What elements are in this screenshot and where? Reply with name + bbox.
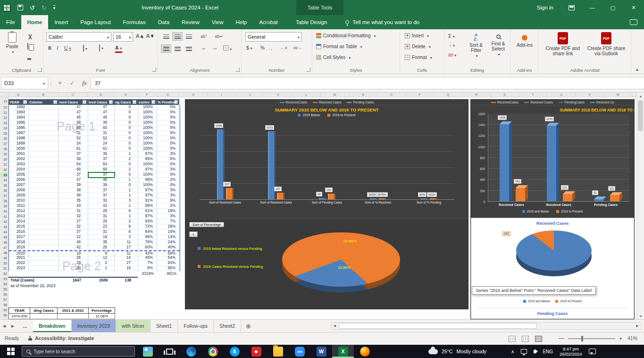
cell[interactable] bbox=[29, 224, 59, 230]
collapse-ribbon-icon[interactable]: ▲ bbox=[635, 67, 639, 72]
cell[interactable]: 100% bbox=[138, 110, 157, 115]
ribbon-display-options-icon[interactable] bbox=[561, 0, 582, 15]
cell[interactable]: 0 bbox=[115, 126, 138, 131]
task-view-taskbar-button[interactable] bbox=[159, 345, 180, 358]
excel-taskbar-button[interactable] bbox=[332, 345, 354, 358]
accounting-format-button[interactable]: $ bbox=[246, 45, 252, 51]
cell[interactable]: 2% bbox=[157, 178, 180, 183]
filter-button[interactable] bbox=[53, 100, 57, 104]
confirm-entry-icon[interactable]: ✓ bbox=[66, 80, 78, 86]
cell[interactable]: 2016 bbox=[9, 230, 29, 235]
increase-font-icon[interactable]: A▲ bbox=[136, 33, 144, 39]
cell[interactable]: 37 bbox=[59, 172, 88, 178]
column-header[interactable]: YEAR bbox=[8, 99, 28, 105]
cell[interactable] bbox=[29, 235, 59, 240]
cell[interactable]: 2017 bbox=[9, 235, 29, 240]
cell[interactable]: 2002 bbox=[9, 157, 29, 162]
cell[interactable]: 0 bbox=[115, 183, 138, 188]
cell[interactable]: 1 bbox=[115, 188, 138, 193]
cell[interactable]: 1995 bbox=[9, 120, 29, 126]
cell[interactable]: 19 bbox=[88, 235, 115, 240]
cell[interactable]: 81% bbox=[138, 209, 157, 214]
cell[interactable]: 39 bbox=[59, 183, 88, 188]
alignment-dialog-launcher[interactable] bbox=[235, 68, 240, 72]
column-letter[interactable]: R bbox=[462, 93, 491, 97]
cell[interactable]: 26 bbox=[59, 256, 88, 261]
row-number[interactable]: 20 bbox=[0, 105, 8, 110]
percentage-pie-chart[interactable]: Sum of Percentage ▼ 2015 below Resolved … bbox=[185, 219, 468, 309]
cell[interactable]: 37 bbox=[59, 152, 88, 157]
cell[interactable]: 54 bbox=[88, 162, 115, 167]
cell[interactable] bbox=[29, 172, 59, 178]
cell[interactable]: 2018 bbox=[9, 240, 29, 245]
cell[interactable] bbox=[29, 120, 59, 126]
cell[interactable] bbox=[8, 271, 138, 276]
add-sheet-button[interactable]: ⊕ bbox=[241, 320, 255, 332]
row-number[interactable]: 51 bbox=[0, 266, 8, 271]
cell[interactable]: 2010 bbox=[9, 198, 29, 204]
filter-button[interactable] bbox=[23, 100, 27, 104]
cell[interactable]: 1992 bbox=[9, 105, 29, 110]
cell[interactable]: 1996 bbox=[9, 126, 29, 131]
column-letter[interactable]: S bbox=[491, 93, 519, 97]
borders-button[interactable] bbox=[83, 45, 87, 51]
cell[interactable] bbox=[29, 266, 59, 271]
cell[interactable]: 61 bbox=[88, 146, 115, 152]
tab-review[interactable]: Review bbox=[176, 15, 206, 29]
cell[interactable]: 37 bbox=[88, 172, 115, 178]
cell[interactable]: 93% bbox=[157, 261, 180, 266]
edge-taskbar-button[interactable] bbox=[180, 345, 202, 358]
filter-button[interactable] bbox=[174, 100, 178, 104]
cell[interactable]: 0 bbox=[115, 146, 138, 152]
row-number[interactable]: 21 bbox=[0, 110, 8, 115]
select-all-corner[interactable] bbox=[0, 93, 8, 97]
cell[interactable] bbox=[29, 193, 59, 198]
row-number[interactable]: 40 bbox=[0, 209, 8, 214]
cell[interactable]: 40% bbox=[157, 245, 180, 250]
align-left-button[interactable] bbox=[161, 44, 171, 53]
cell[interactable]: 5% bbox=[138, 266, 157, 271]
sort-filter-button[interactable]: AZ↓ Sort & Filter bbox=[465, 33, 487, 59]
column-header[interactable]: % Pending bbox=[157, 99, 179, 105]
column-letter[interactable]: M bbox=[321, 93, 349, 97]
cell[interactable]: 47 bbox=[59, 105, 88, 110]
row-number[interactable]: 39 bbox=[0, 204, 8, 209]
cell[interactable]: 100% bbox=[138, 172, 157, 178]
cell[interactable]: 3 bbox=[115, 235, 138, 240]
font-color-button[interactable]: A bbox=[115, 45, 122, 53]
pivot-field-button[interactable]: Sum of Percentage bbox=[189, 222, 224, 227]
cell[interactable]: 0 bbox=[115, 131, 138, 136]
cell[interactable]: 54 bbox=[59, 162, 88, 167]
column-letter[interactable]: T bbox=[519, 93, 547, 97]
cell[interactable]: 31 bbox=[88, 230, 115, 235]
row-number[interactable]: 38 bbox=[0, 198, 8, 204]
comma-style-button[interactable]: , bbox=[271, 45, 272, 51]
delete-cells-button[interactable]: ✕Delete bbox=[405, 44, 431, 49]
insert-function-icon[interactable]: fx bbox=[78, 79, 91, 87]
tab-acrobat[interactable]: Acrobat bbox=[253, 15, 284, 29]
column-letter[interactable]: I bbox=[208, 93, 236, 97]
cell[interactable]: 2008 bbox=[9, 188, 29, 193]
cell[interactable]: 37 bbox=[88, 188, 115, 193]
row-number[interactable]: 37 bbox=[0, 193, 8, 198]
cell[interactable]: 95% bbox=[157, 266, 180, 271]
filter-button[interactable] bbox=[151, 100, 155, 104]
sheet-tab-inventory-2023[interactable]: Inventory 2023 bbox=[72, 320, 116, 332]
column-letter[interactable]: H bbox=[179, 93, 208, 97]
cell[interactable]: 2009 bbox=[9, 193, 29, 198]
cell[interactable]: 100% bbox=[138, 105, 157, 110]
cell[interactable]: 12 bbox=[88, 256, 115, 261]
cell[interactable]: 60 bbox=[59, 126, 88, 131]
row-number[interactable]: 25 bbox=[0, 131, 8, 136]
cell[interactable]: 100% bbox=[138, 162, 157, 167]
column-letter[interactable]: L bbox=[293, 93, 321, 97]
cell[interactable]: 5% bbox=[157, 157, 180, 162]
column-letter[interactable]: K bbox=[264, 93, 293, 97]
cell[interactable]: 4319% bbox=[138, 271, 157, 276]
cell[interactable]: 14 bbox=[115, 256, 138, 261]
tab-home[interactable]: Home bbox=[21, 15, 49, 29]
cell[interactable]: 9 bbox=[115, 224, 138, 230]
scroll-left-icon[interactable]: ◀ bbox=[331, 324, 338, 328]
cell[interactable]: 35 bbox=[59, 198, 88, 204]
save-icon[interactable] bbox=[17, 5, 23, 10]
